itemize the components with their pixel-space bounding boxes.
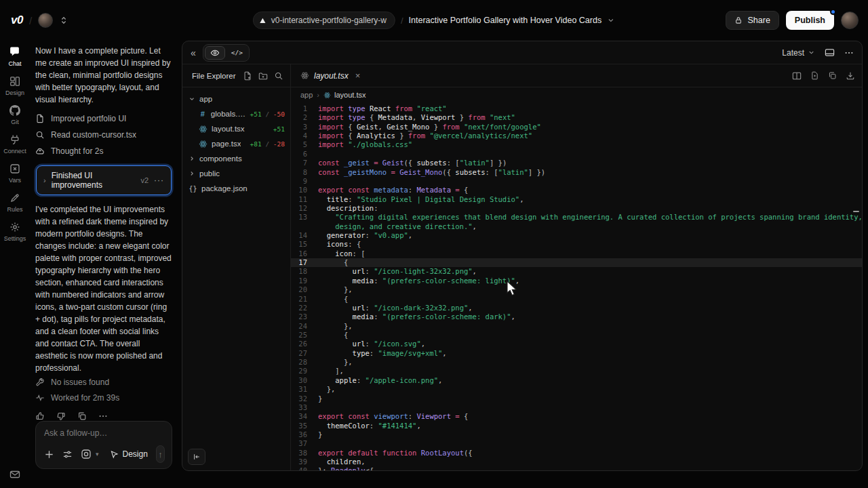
more-icon[interactable] — [98, 411, 108, 421]
code-line[interactable]: 24 }, — [291, 322, 862, 331]
project-pill[interactable]: v0-interactive-portfolio-gallery-w — [253, 12, 395, 29]
code-line[interactable]: 25 { — [291, 331, 862, 340]
tree-folder-app[interactable]: app — [182, 92, 290, 106]
search-icon[interactable] — [274, 71, 283, 81]
download-icon[interactable] — [846, 71, 855, 81]
status-worked[interactable]: Worked for 2m 39s — [35, 390, 172, 406]
code-line[interactable]: 36} — [291, 430, 862, 439]
code-line[interactable]: 13 "Crafting digital experiences that bl… — [291, 213, 862, 222]
code-line[interactable]: 2import type { Metadata, Viewport } from… — [291, 113, 862, 122]
code-line[interactable]: 21 { — [291, 295, 862, 304]
task-thought[interactable]: Thought for 2s — [35, 144, 172, 159]
chevron-updown-icon[interactable] — [59, 16, 68, 25]
code-line[interactable]: 17 { — [291, 258, 862, 267]
design-mode-button[interactable]: Design — [110, 449, 148, 459]
rail-item-connect[interactable]: Connect — [3, 134, 26, 155]
code-line[interactable]: 14 generator: "v0.app", — [291, 231, 862, 240]
rail-item-settings[interactable]: Settings — [4, 222, 26, 242]
code-line[interactable]: 9 — [291, 177, 862, 186]
thumbs-down-icon[interactable] — [56, 411, 66, 421]
rail-item-rules[interactable]: Rules — [7, 192, 22, 213]
file-diff-icon[interactable] — [810, 71, 819, 80]
code-line[interactable]: 22 url: "/icon-dark-32x32.png", — [291, 304, 862, 312]
follow-up-input[interactable] — [44, 428, 165, 438]
more-icon[interactable]: ··· — [154, 176, 164, 185]
mail-icon[interactable] — [9, 469, 20, 480]
new-folder-icon[interactable] — [258, 71, 268, 81]
composer[interactable]: ▾ Design ↑ — [35, 421, 172, 469]
share-button[interactable]: Share — [726, 11, 778, 30]
code-line[interactable]: 15 icons: { — [291, 240, 862, 249]
code-lines[interactable]: 1import type React from "react"2import t… — [291, 102, 862, 470]
tree-file-layout-tsx[interactable]: layout.tsx +51 — [182, 121, 290, 136]
code-line[interactable]: 3import { Geist, Geist_Mono } from "next… — [291, 123, 862, 131]
code-line[interactable]: 10export const metadata: Metadata = { — [291, 186, 862, 195]
rail-item-git[interactable]: Git — [9, 105, 20, 125]
code-line[interactable]: 39 children, — [291, 458, 862, 466]
code-line[interactable]: 34export const viewport: Viewport = { — [291, 412, 862, 421]
user-avatar[interactable] — [841, 12, 859, 29]
rail-item-design[interactable]: Design — [5, 76, 24, 96]
code-line[interactable]: 20 }, — [291, 285, 862, 294]
tree-file-page-tsx[interactable]: page.tsx +81 / -28 — [182, 136, 290, 151]
browser-window-icon[interactable] — [825, 47, 835, 58]
tree-file-package-json[interactable]: {} package.json — [182, 181, 290, 196]
code-line[interactable]: 18 url: "/icon-light-32x32.png", — [291, 267, 862, 276]
code-line[interactable]: 11 title: "Studio Pixel | Digital Design… — [291, 195, 862, 204]
copy-icon[interactable] — [828, 71, 837, 80]
close-tab-icon[interactable]: × — [355, 70, 361, 81]
code-line[interactable]: 23 media: "(prefers-color-scheme: dark)"… — [291, 312, 862, 321]
code-line[interactable]: 37 — [291, 439, 862, 448]
collapse-sidebar-button[interactable] — [188, 449, 205, 465]
code-line[interactable]: 38export default function RootLayout({ — [291, 449, 862, 458]
code-line[interactable]: 1import type React from "react" — [291, 104, 862, 113]
task-read-file[interactable]: Read custom-cursor.tsx — [35, 127, 172, 143]
code-line[interactable]: design, and creative direction.", — [291, 222, 862, 231]
workspace-avatar[interactable] — [38, 13, 53, 28]
code-line[interactable]: 6 — [291, 150, 862, 159]
code-line[interactable]: 31 }, — [291, 385, 862, 394]
code-line[interactable]: 8const _geistMono = Geist_Mono({ subsets… — [291, 168, 862, 177]
new-file-icon[interactable] — [243, 71, 252, 81]
thumbs-up-icon[interactable] — [35, 411, 45, 421]
sliders-icon[interactable] — [62, 449, 73, 460]
plus-icon[interactable] — [44, 449, 54, 460]
copy-icon[interactable] — [77, 411, 87, 421]
tree-folder-components[interactable]: components — [182, 151, 290, 166]
code-line[interactable]: 5import "./globals.css" — [291, 140, 862, 149]
v0-logo[interactable]: v0 — [11, 14, 23, 27]
version-select[interactable]: Latest — [782, 48, 815, 58]
tree-folder-public[interactable]: public — [182, 166, 290, 181]
chevron-down-icon[interactable] — [607, 16, 615, 24]
code-line[interactable]: 32} — [291, 394, 862, 403]
code-line[interactable]: 35 themeColor: "#141414", — [291, 422, 862, 430]
scrollbar-marker[interactable] — [853, 211, 859, 212]
preview-toggle[interactable] — [205, 46, 225, 60]
code-line[interactable]: 12 description: — [291, 204, 862, 213]
tree-file-globals-css[interactable]: # globals.css +51 / -50 — [182, 106, 290, 121]
more-icon[interactable] — [844, 48, 854, 58]
code-line[interactable]: 19 media: "(prefers-color-scheme: light)… — [291, 277, 862, 285]
code-line[interactable]: 16 icon: [ — [291, 249, 862, 258]
code-line[interactable]: 27 type: "image/svg+xml", — [291, 349, 862, 358]
rail-item-vars[interactable]: Vars — [9, 163, 21, 184]
code-line[interactable]: 7const _geist = Geist({ subsets: ["latin… — [291, 159, 862, 167]
split-editor-icon[interactable] — [792, 71, 802, 81]
tab-layout-tsx[interactable]: layout.tsx × — [298, 70, 363, 81]
code-toggle[interactable]: </> — [226, 47, 248, 58]
code-line[interactable]: 26 url: "/icon.svg", — [291, 340, 862, 348]
code-line[interactable]: 40}: Readonly<{ — [291, 466, 862, 470]
publish-button[interactable]: Publish — [786, 11, 834, 30]
chat-title[interactable]: Interactive Portfolio Gallery with Hover… — [409, 16, 602, 25]
breadcrumb[interactable]: app › layout.tsx — [291, 87, 862, 102]
rail-item-chat[interactable]: Chat — [8, 46, 21, 67]
version-card[interactable]: › Finished UI improvements v2 ··· — [36, 165, 172, 195]
chevron-down-icon[interactable]: ▾ — [96, 451, 99, 458]
code-line[interactable]: 30 apple: "/apple-icon.png", — [291, 376, 862, 385]
scope-icon[interactable] — [81, 449, 92, 460]
task-improved-portfolio[interactable]: Improved portfolio UI — [35, 111, 172, 127]
status-no-issues[interactable]: No issues found — [35, 374, 172, 390]
send-button[interactable]: ↑ — [156, 445, 165, 463]
code-line[interactable]: 4import { Analytics } from "@vercel/anal… — [291, 131, 862, 140]
code-line[interactable]: 29 ], — [291, 367, 862, 375]
